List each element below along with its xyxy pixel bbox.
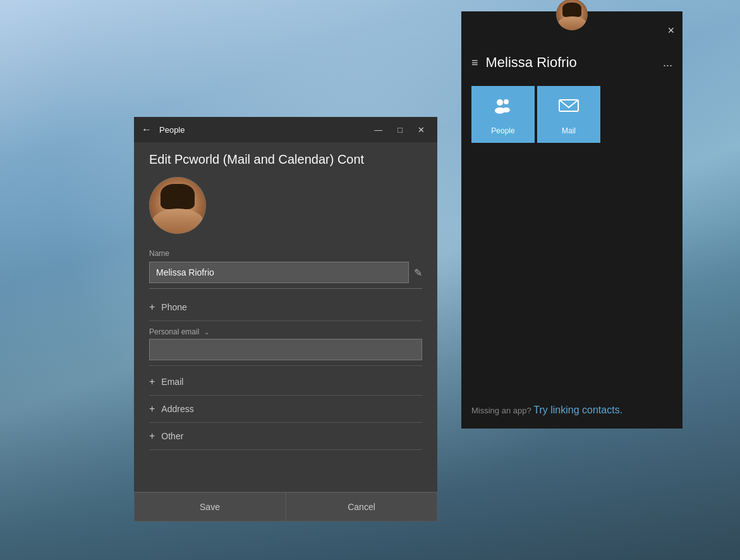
window-titlebar: ← People — □ ✕ (134, 117, 437, 142)
add-email-icon: + (149, 376, 155, 387)
mail-app-tile[interactable]: Mail (537, 86, 600, 143)
personal-email-header[interactable]: Personal email ⌄ (149, 321, 422, 339)
add-phone-row[interactable]: + Phone (149, 294, 422, 321)
titlebar-controls: — □ ✕ (369, 123, 430, 137)
chevron-down-icon: ⌄ (204, 329, 209, 336)
contact-apps-grid: People Mail (461, 81, 682, 148)
add-phone-label: Phone (161, 302, 186, 312)
name-input[interactable] (149, 262, 409, 283)
name-field-label: Name (149, 249, 422, 258)
edit-contact-avatar[interactable] (149, 177, 206, 234)
contact-panel-footer: Missing an app? Try linking contacts. (461, 405, 682, 416)
people-app-tile[interactable]: People (471, 86, 535, 143)
link-contacts-link[interactable]: Try linking contacts. (533, 405, 622, 415)
back-button[interactable]: ← (142, 124, 152, 135)
svg-point-0 (497, 99, 503, 106)
mail-tile-label: Mail (562, 126, 576, 135)
personal-email-input[interactable] (149, 339, 422, 360)
panel-top-row: ✕ (461, 18, 682, 49)
window-app-title: People (159, 125, 369, 135)
add-email-row[interactable]: + Email (149, 368, 422, 396)
name-edit-icon[interactable]: ✎ (414, 267, 422, 279)
window-footer: Save Cancel (134, 492, 437, 521)
add-address-row[interactable]: + Address (149, 396, 422, 423)
contact-panel: ✕ ≡ Melissa Riofrio ... People (461, 11, 682, 429)
hamburger-icon[interactable]: ≡ (471, 56, 478, 70)
edit-window-heading: Edit Pcworld (Mail and Calendar) Cont (149, 152, 422, 167)
panel-close-button[interactable]: ✕ (665, 23, 677, 38)
minimize-button[interactable]: — (369, 123, 387, 137)
add-other-icon: + (149, 430, 155, 442)
people-tile-icon (492, 94, 514, 121)
add-phone-icon: + (149, 301, 155, 313)
close-window-button[interactable]: ✕ (413, 123, 430, 137)
save-button[interactable]: Save (134, 492, 286, 521)
name-field-group: Name ✎ (149, 249, 422, 289)
edit-contact-window: ← People — □ ✕ Edit Pcworld (Mail and Ca… (134, 117, 437, 521)
svg-point-3 (502, 107, 510, 113)
missing-app-text: Missing an app? (471, 406, 533, 415)
contact-panel-avatar (556, 0, 588, 30)
window-content: Edit Pcworld (Mail and Calendar) Cont Na… (134, 142, 437, 492)
add-email-label: Email (161, 377, 183, 387)
add-other-row[interactable]: + Other (149, 423, 422, 450)
add-address-label: Address (161, 404, 193, 414)
personal-email-label: Personal email (149, 327, 199, 336)
personal-email-input-row (149, 339, 422, 366)
add-other-label: Other (161, 431, 183, 441)
name-field-row: ✎ (149, 262, 422, 289)
contact-name-row: ≡ Melissa Riofrio ... (461, 49, 682, 81)
more-options-icon[interactable]: ... (663, 56, 672, 70)
add-address-icon: + (149, 403, 155, 415)
svg-point-2 (504, 99, 509, 104)
mail-tile-icon (557, 94, 580, 121)
people-tile-label: People (491, 126, 514, 135)
contact-panel-name: Melissa Riofrio (486, 54, 655, 71)
cancel-button[interactable]: Cancel (286, 492, 437, 521)
maximize-button[interactable]: □ (392, 123, 408, 137)
